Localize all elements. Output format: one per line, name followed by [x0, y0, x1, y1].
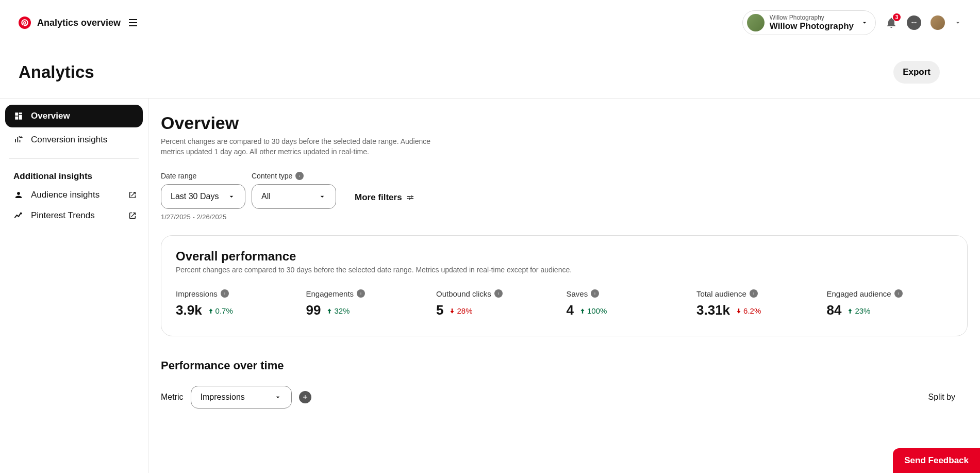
metric-label: Saves	[567, 289, 693, 298]
account-switcher[interactable]: Willow Photography Willow Photography	[742, 10, 876, 36]
topbar: Analytics overview Willow Photography Wi…	[0, 0, 980, 43]
more-filters-label: More filters	[355, 192, 402, 203]
date-range-value: Last 30 Days	[171, 192, 219, 201]
hamburger-menu-icon[interactable]	[129, 19, 137, 26]
sidebar-audience-insights[interactable]: Audience insights	[5, 185, 143, 205]
metric-select[interactable]: Impressions	[191, 386, 292, 409]
messages-button[interactable]	[907, 15, 921, 30]
info-icon[interactable]	[494, 289, 503, 298]
metric-value-row: 3.31k6.2%	[696, 302, 823, 318]
metric-select-value: Impressions	[201, 393, 245, 402]
info-icon[interactable]	[221, 289, 229, 298]
content-type-filter: Content type All	[252, 172, 336, 209]
metric-outbound-clicks[interactable]: Outbound clicks528%	[436, 289, 562, 318]
metrics-grid: Impressions3.9k0.7%Engagements9932%Outbo…	[176, 289, 953, 318]
content-type-value: All	[261, 192, 271, 201]
split-by-group: Split by	[928, 393, 955, 402]
add-metric-button[interactable]	[299, 391, 311, 403]
performance-title: Overall performance	[176, 249, 953, 264]
metric-value: 3.9k	[176, 302, 202, 318]
account-avatar	[747, 14, 765, 31]
metric-change: 23%	[846, 306, 870, 315]
filters-row: Date range Last 30 Days Content type All…	[161, 172, 968, 209]
notification-badge: 3	[893, 13, 901, 21]
metric-impressions[interactable]: Impressions3.9k0.7%	[176, 289, 302, 318]
info-icon[interactable]	[357, 289, 365, 298]
performance-over-time-row: Metric Impressions Split by	[161, 386, 968, 409]
date-range-label: Date range	[161, 172, 245, 180]
main-layout: Overview Conversion insights Additional …	[0, 99, 980, 473]
metric-value-row: 8423%	[827, 302, 953, 318]
metric-total-audience[interactable]: Total audience3.31k6.2%	[696, 289, 823, 318]
nav-overview-label: Overview	[31, 111, 70, 121]
more-filters-button[interactable]: More filters	[355, 192, 414, 203]
performance-description: Percent changes are compared to 30 days …	[176, 266, 953, 274]
metric-engagements[interactable]: Engagements9932%	[306, 289, 433, 318]
nav-conversion-label: Conversion insights	[31, 135, 107, 145]
info-icon[interactable]	[894, 289, 903, 298]
svg-point-0	[911, 22, 912, 23]
topbar-left: Analytics overview	[19, 17, 137, 29]
account-sub-label: Willow Photography	[770, 14, 854, 21]
metric-label: Metric	[161, 393, 184, 402]
metric-value: 99	[306, 302, 321, 318]
chevron-down-icon	[861, 19, 868, 26]
metric-change: 100%	[579, 306, 607, 315]
metric-value: 3.31k	[696, 302, 730, 318]
date-range-select[interactable]: Last 30 Days	[161, 184, 245, 209]
account-menu-chevron-icon[interactable]	[954, 19, 961, 26]
metric-value: 84	[827, 302, 842, 318]
metric-value-row: 3.9k0.7%	[176, 302, 302, 318]
pinterest-logo-icon[interactable]	[19, 17, 31, 29]
user-avatar[interactable]	[931, 15, 945, 30]
svg-point-1	[913, 22, 915, 23]
info-icon[interactable]	[750, 289, 758, 298]
info-icon[interactable]	[591, 289, 599, 298]
funnel-icon	[13, 135, 24, 145]
dashboard-icon	[13, 111, 24, 121]
pot-left: Metric Impressions	[161, 386, 311, 409]
sidebar-pinterest-trends[interactable]: Pinterest Trends	[5, 205, 143, 226]
content-type-select[interactable]: All	[252, 184, 336, 209]
content-type-label: Content type	[252, 172, 336, 180]
sliders-icon	[406, 193, 414, 202]
metric-value-row: 9932%	[306, 302, 433, 318]
send-feedback-button[interactable]: Send Feedback	[893, 448, 980, 473]
info-icon[interactable]	[295, 172, 304, 180]
svg-point-2	[915, 22, 916, 23]
account-main-label: Willow Photography	[770, 21, 854, 31]
metric-value-row: 4100%	[567, 302, 693, 318]
person-icon	[13, 190, 24, 200]
metric-value: 5	[436, 302, 443, 318]
export-button[interactable]: Export	[893, 61, 940, 84]
nav-overview[interactable]: Overview	[5, 105, 143, 127]
chevron-down-icon	[274, 393, 282, 401]
performance-over-time-title: Performance over time	[161, 359, 968, 372]
trend-icon	[13, 210, 24, 221]
topbar-title: Analytics overview	[37, 18, 121, 28]
metric-label: Engaged audience	[827, 289, 953, 298]
metric-engaged-audience[interactable]: Engaged audience8423%	[827, 289, 953, 318]
metric-change: 0.7%	[207, 306, 233, 315]
content-description: Percent changes are compared to 30 days …	[161, 136, 450, 157]
chat-icon	[910, 19, 918, 26]
main-content: Overview Percent changes are compared to…	[148, 99, 980, 473]
notifications-button[interactable]: 3	[885, 17, 898, 29]
chevron-down-icon	[227, 192, 236, 201]
plus-icon	[302, 394, 309, 401]
metric-label: Total audience	[696, 289, 823, 298]
metric-label: Engagements	[306, 289, 433, 298]
split-by-label: Split by	[928, 393, 955, 401]
account-text: Willow Photography Willow Photography	[770, 14, 854, 32]
page-header: Analytics Export	[0, 43, 980, 99]
pinterest-trends-label: Pinterest Trends	[31, 210, 95, 221]
metric-label: Outbound clicks	[436, 289, 562, 298]
sidebar-divider	[9, 158, 139, 159]
metric-saves[interactable]: Saves4100%	[567, 289, 693, 318]
metric-value-row: 528%	[436, 302, 562, 318]
nav-conversion-insights[interactable]: Conversion insights	[5, 128, 143, 151]
metric-label: Impressions	[176, 289, 302, 298]
chevron-down-icon	[318, 192, 326, 201]
audience-insights-label: Audience insights	[31, 190, 99, 200]
external-link-icon	[128, 191, 137, 199]
